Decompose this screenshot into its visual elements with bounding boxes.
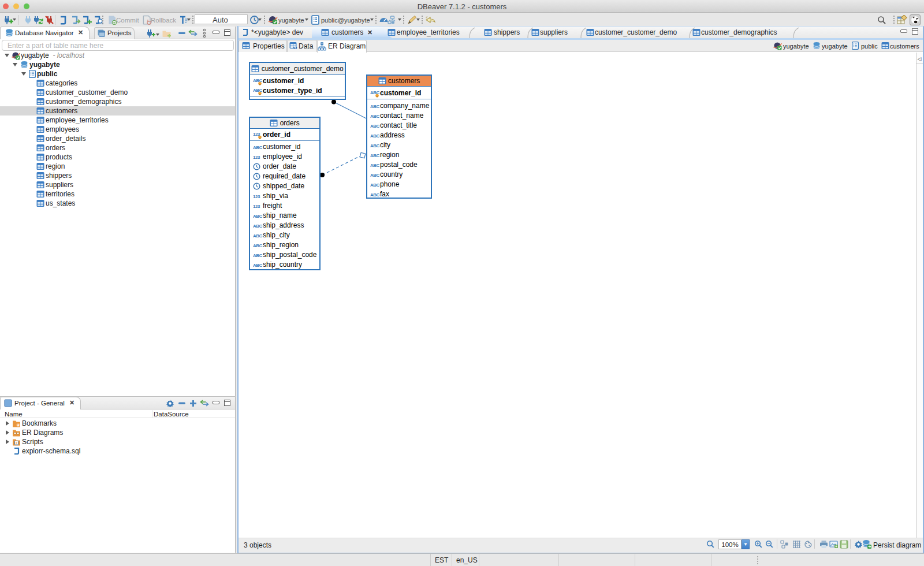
svg-text:ABC: ABC bbox=[370, 143, 380, 148]
svg-text:123: 123 bbox=[253, 204, 260, 209]
svg-text:ABC: ABC bbox=[370, 173, 380, 178]
svg-text:ABC: ABC bbox=[253, 263, 263, 268]
svg-text:ABC: ABC bbox=[253, 253, 263, 258]
svg-text:123: 123 bbox=[253, 194, 260, 199]
svg-text:ABC: ABC bbox=[253, 214, 263, 219]
svg-text:ABC: ABC bbox=[253, 233, 263, 239]
svg-text:ABC: ABC bbox=[253, 145, 263, 150]
svg-text:ABC: ABC bbox=[370, 183, 380, 188]
svg-text:ABC: ABC bbox=[370, 153, 380, 158]
svg-text:123: 123 bbox=[253, 155, 260, 160]
svg-text:ABC: ABC bbox=[370, 124, 380, 129]
svg-text:ABC: ABC bbox=[370, 163, 380, 168]
svg-text:ABC: ABC bbox=[370, 104, 380, 109]
svg-text:ABC: ABC bbox=[370, 192, 380, 198]
svg-text:ABC: ABC bbox=[253, 224, 263, 229]
svg-text:ABC: ABC bbox=[253, 243, 263, 248]
svg-text:ABC: ABC bbox=[370, 133, 380, 139]
svg-text:ABC: ABC bbox=[370, 114, 380, 119]
